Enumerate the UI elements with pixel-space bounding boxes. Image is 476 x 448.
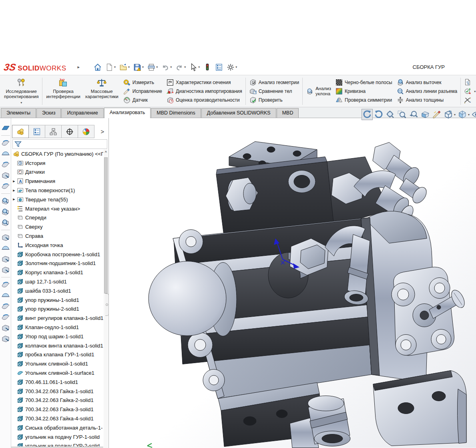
draft-analysis-tool-button[interactable] xyxy=(1,197,10,205)
tree-item[interactable]: Материал <не указан> xyxy=(11,204,103,213)
rotate-view-ccw-button[interactable] xyxy=(362,109,373,120)
revolved-surface-button[interactable] xyxy=(1,149,10,158)
tree-item[interactable]: Коробочка построение-1-solid1 xyxy=(11,250,103,259)
geometry-analysis-button[interactable]: Анализ геометрии xyxy=(249,78,299,87)
tree-horizontal-scrollbar[interactable] xyxy=(11,446,103,448)
menu-flyout-arrow-icon[interactable]: ▸ xyxy=(78,64,80,70)
tree-item[interactable]: 700.34.22.063 Гайка-2-solid1 xyxy=(11,396,103,405)
interference-check-button[interactable]: Проверкаинтерференции xyxy=(44,76,82,106)
draft-analysis-button[interactable]: Анализуклона xyxy=(304,76,333,106)
print-button[interactable]: ▾ xyxy=(146,62,159,72)
section-properties-button[interactable]: Характеристики сечения xyxy=(166,78,242,87)
dome-feature-button[interactable] xyxy=(1,291,10,300)
tree-item[interactable]: Упор под шарик-1-solid1 xyxy=(11,332,103,341)
tree-item[interactable]: 700.34.22.063 Гайка-3-solid1 xyxy=(11,405,103,414)
tree-item[interactable]: винт регулиров клапана-1-solid1 xyxy=(11,313,103,323)
compare-bodies-button[interactable]: ?Сравнение тел xyxy=(249,87,299,96)
feature-manager-tab-configurations[interactable] xyxy=(45,125,62,138)
lofted-surface-button[interactable] xyxy=(1,171,10,180)
panel-splitter-handle[interactable] xyxy=(105,293,109,316)
tree-item[interactable]: Исходная точка xyxy=(11,241,103,250)
import-diagnostics-button[interactable]: Диагностика импортирования xyxy=(166,87,242,96)
measure-button[interactable]: Измерить xyxy=(123,78,162,87)
tree-item[interactable]: ▶Твердые тела(55) xyxy=(11,195,103,204)
move-face-button[interactable] xyxy=(1,265,10,274)
compare-documents-button[interactable]: ? xyxy=(464,78,476,87)
tree-item[interactable]: шар 12,7-1-solid1 xyxy=(11,277,103,286)
ruled-surface-button[interactable] xyxy=(1,313,10,321)
tree-item[interactable]: История xyxy=(11,159,103,168)
dropdown-caret-icon[interactable]: ▾ xyxy=(142,65,144,69)
dropdown-caret-icon[interactable]: ▾ xyxy=(184,65,186,69)
boundary-surface-button[interactable] xyxy=(1,182,10,191)
undercut-detection-tool-button[interactable] xyxy=(1,207,10,216)
panel-expand-chevron[interactable]: > xyxy=(97,125,108,138)
feature-manager-tab-dimxpert[interactable] xyxy=(61,125,78,138)
performance-evaluation-button[interactable]: Оценка производительности xyxy=(166,96,242,104)
feature-manager-tab-properties[interactable] xyxy=(28,125,45,138)
tab-анализировать[interactable]: Анализировать xyxy=(104,108,151,118)
extruded-surface-button[interactable] xyxy=(1,139,10,147)
properties-list-button[interactable] xyxy=(214,62,224,72)
dropdown-caret-icon[interactable]: ▾ xyxy=(170,65,172,69)
tree-item[interactable]: Сиська обработанная деталь-1- xyxy=(11,423,103,432)
select-cursor-button[interactable]: ▾ xyxy=(188,62,201,72)
offset-surface-button[interactable] xyxy=(1,302,10,311)
dropdown-caret-icon[interactable]: ▾ xyxy=(114,65,116,69)
section-view-button[interactable] xyxy=(420,109,431,120)
undercut-analysis-button[interactable]: Анализ выточек xyxy=(396,78,457,87)
dropdown-caret-icon[interactable]: ▾ xyxy=(454,113,456,117)
view-orientation-button[interactable]: ▾ xyxy=(443,109,456,120)
home-button[interactable] xyxy=(92,62,103,72)
dropdown-caret-icon[interactable]: ▾ xyxy=(156,65,158,69)
display-style-button[interactable]: ▾ xyxy=(457,109,470,120)
tab-эскиз[interactable]: Эскиз xyxy=(36,108,61,118)
trim-surface-button[interactable] xyxy=(1,334,10,343)
zoom-to-area-button[interactable] xyxy=(396,109,408,120)
settings-gear-button[interactable]: ▾ xyxy=(225,62,238,72)
save-button[interactable]: ▾ xyxy=(132,62,145,72)
undo-button[interactable]: ▾ xyxy=(160,62,173,72)
tab-элементы[interactable]: Элементы xyxy=(1,108,36,118)
tab-исправление[interactable]: Исправление xyxy=(61,108,103,118)
tree-item[interactable]: Золотник-подшипник-1-solid1 xyxy=(11,259,103,268)
dropdown-caret-icon[interactable]: ▾ xyxy=(128,65,130,69)
tree-item[interactable]: упор пружины-1-solid1 xyxy=(11,295,103,305)
dropdown-caret-icon[interactable]: ▾ xyxy=(20,100,22,105)
feature-manager-tab-assembly[interactable] xyxy=(12,125,29,138)
feature-manager-tab-display[interactable] xyxy=(78,125,94,138)
tree-root-item[interactable]: СБОРКА ГУР (По умолчанию) <<По xyxy=(11,149,103,159)
tree-item[interactable]: Клапан-седло-1-solid1 xyxy=(11,323,103,332)
tree-item[interactable]: Спереди xyxy=(11,213,103,223)
tree-item[interactable]: пробка клапана ГУР-1-solid1 xyxy=(11,350,103,360)
tree-item[interactable]: Датчики xyxy=(11,168,103,177)
3d-model[interactable] xyxy=(109,118,476,448)
open-button[interactable]: ▾ xyxy=(118,62,131,72)
planar-surface-button[interactable] xyxy=(1,124,10,133)
dropdown-caret-icon[interactable]: ▾ xyxy=(198,65,200,69)
parting-line-tool-button[interactable] xyxy=(1,218,10,227)
tab-mbd-dimensions[interactable]: MBD Dimensions xyxy=(151,108,201,118)
tab-mbd[interactable]: MBD xyxy=(277,108,299,118)
hide-show-items-button[interactable] xyxy=(471,109,476,120)
tree-item[interactable]: Справа xyxy=(11,231,103,241)
graphics-viewport[interactable] xyxy=(109,118,476,448)
design-checker-button[interactable]: ▾ xyxy=(464,87,476,96)
redo-button[interactable]: ▾ xyxy=(174,62,187,72)
repair-button[interactable]: Исправление xyxy=(123,87,162,96)
expand-arrow-icon[interactable]: ▶ xyxy=(11,180,17,183)
tree-item[interactable]: Угольник сливной-1-solid1 xyxy=(11,359,103,368)
tree-item[interactable]: 700.46.11.061-1-solid1 xyxy=(11,378,103,387)
expand-arrow-icon[interactable]: ▶ xyxy=(11,189,17,192)
design-study-button[interactable]: Исследованиепроектирования▾ xyxy=(2,76,41,106)
zebra-stripes-button[interactable]: Черно-белые полосы xyxy=(335,78,392,87)
tree-item[interactable]: ▶AПримечания xyxy=(11,177,103,186)
dropdown-caret-icon[interactable]: ▾ xyxy=(468,113,470,117)
tab-добавления-solidworks[interactable]: Добавления SOLIDWORKS xyxy=(201,108,276,118)
tree-item[interactable]: упор пружины-2-solid1 xyxy=(11,305,103,314)
tree-item[interactable]: Корпус клапана-1-solid1 xyxy=(11,268,103,277)
freeform-surface-button[interactable] xyxy=(1,280,10,289)
expand-arrow-icon[interactable]: ▶ xyxy=(11,198,17,201)
tree-item[interactable]: 700.34.22.063 Гайка-1-solid1 xyxy=(11,387,103,396)
xpert-tools-button[interactable] xyxy=(464,96,476,104)
